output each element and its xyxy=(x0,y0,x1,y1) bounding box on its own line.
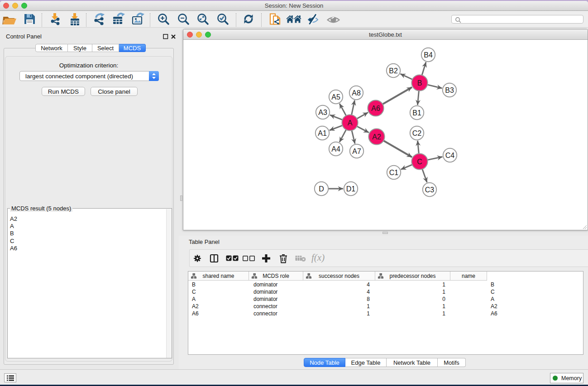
svg-text:B4: B4 xyxy=(424,51,433,59)
svg-text:A2: A2 xyxy=(372,133,381,141)
svg-text:A8: A8 xyxy=(352,89,361,97)
svg-text:C3: C3 xyxy=(425,186,435,194)
svg-text:A4: A4 xyxy=(331,145,340,153)
svg-text:D1: D1 xyxy=(346,185,356,193)
svg-text:C1: C1 xyxy=(389,169,399,176)
svg-text:A3: A3 xyxy=(318,109,327,116)
svg-text:B1: B1 xyxy=(412,109,421,117)
svg-text:C: C xyxy=(417,158,422,166)
svg-text:C2: C2 xyxy=(412,129,422,137)
svg-text:B: B xyxy=(417,79,422,87)
svg-text:B2: B2 xyxy=(389,67,398,75)
svg-text:C4: C4 xyxy=(445,152,455,159)
svg-text:A1: A1 xyxy=(318,129,327,137)
svg-text:A5: A5 xyxy=(331,93,340,101)
svg-text:B3: B3 xyxy=(445,86,454,94)
svg-text:A6: A6 xyxy=(371,105,380,112)
svg-text:A7: A7 xyxy=(352,148,361,155)
svg-text:D: D xyxy=(319,185,324,193)
svg-text:A: A xyxy=(348,119,353,127)
